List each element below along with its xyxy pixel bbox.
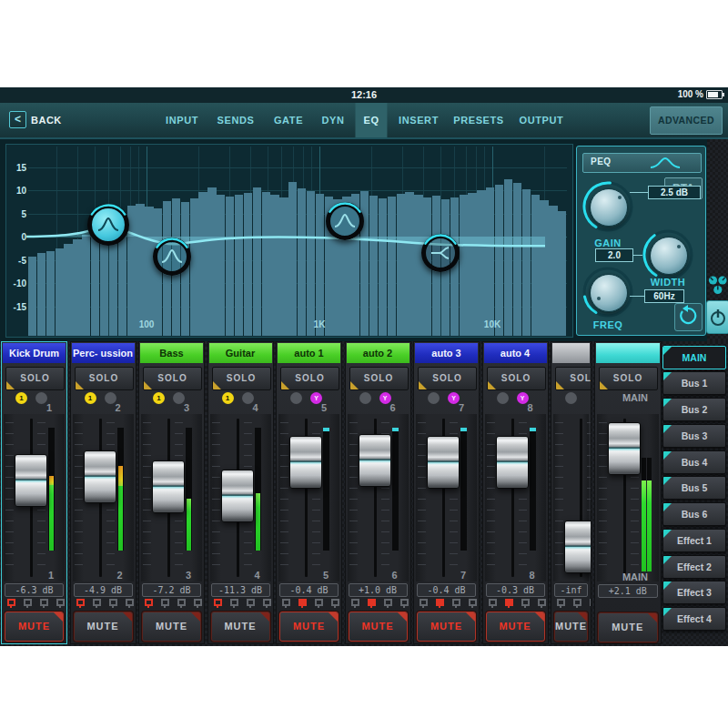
solo-button[interactable]: SOLO [212,367,271,390]
solo-button[interactable]: SOLO [75,367,134,390]
mute-button[interactable]: MUTE [211,612,270,642]
mute-button[interactable]: MUTE [598,612,659,642]
mute-button[interactable]: MUTE [279,612,339,642]
meter-fill [256,493,260,551]
sidebar-item-main[interactable]: MAIN [662,346,726,369]
gain-value[interactable]: 2.5 dB [648,186,701,199]
freq-knob[interactable] [581,266,634,318]
gray-indicator-dot [497,392,509,404]
bus-assign-indicators [208,599,273,610]
bus-assign-square [331,599,339,606]
channel-name-label[interactable]: Bass [140,343,203,363]
mute-button[interactable]: MUTE [417,612,476,642]
eq-node-1[interactable] [87,204,129,246]
back-button[interactable]: < BACK [9,111,62,128]
gain-knob-face[interactable] [590,188,628,227]
mute-button[interactable]: MUTE [554,612,588,642]
width-value[interactable]: 2.0 [595,248,633,262]
eq-node-3[interactable] [326,202,364,240]
fader-value: -0.4 dB [417,583,476,597]
sidebar-item-effect-4[interactable]: Effect 4 [662,607,726,631]
mute-button[interactable]: MUTE [349,612,408,642]
advanced-button[interactable]: ADVANCED [650,106,723,135]
level-meter [117,428,124,551]
fader-cap[interactable] [496,436,529,489]
channel-name-label[interactable]: auto 4 [484,343,547,363]
tab-insert[interactable]: INSERT [390,103,447,137]
fader-cap[interactable] [15,454,47,507]
fader-value: +1.0 dB [349,583,408,597]
channel-number-bottom: 6 [391,570,397,581]
eq-type-dropdown[interactable]: PEQ [582,153,702,173]
fader-cap[interactable] [359,434,391,487]
fader-cap[interactable] [152,460,185,513]
fader-value: -0.4 dB [279,583,339,597]
gain-knob[interactable] [581,180,634,233]
solo-button[interactable]: SOLO [349,367,409,390]
mute-button[interactable]: MUTE [142,612,201,642]
bus-assign-square [24,599,32,606]
eq-node-2[interactable] [153,238,191,276]
solo-button[interactable]: SOLO [487,367,546,390]
sidebar-item-bus-4[interactable]: Bus 4 [662,450,726,474]
sidebar-item-bus-1[interactable]: Bus 1 [662,371,726,395]
channel-name-label[interactable] [552,343,590,363]
solo-button[interactable]: SOLO [280,367,339,390]
tab-input[interactable]: INPUT [157,103,207,137]
channel-name-label[interactable]: Kick Drum [3,343,66,363]
channel-name-label[interactable]: auto 2 [347,343,410,363]
solo-button[interactable]: SOLO [555,367,592,390]
level-meter [186,428,192,551]
sidebar-item-effect-1[interactable]: Effect 1 [662,529,726,552]
bus-assign-indicators [346,599,410,610]
reset-button[interactable] [674,303,703,331]
mini-knobs-button[interactable] [707,274,728,298]
channel-name-label[interactable]: Guitar [209,343,272,363]
eq-graph[interactable]: 151050-5-10-151001K10K [5,144,573,338]
bus-assign-square [214,599,222,606]
width-knob-face[interactable] [650,237,688,275]
fader-cap[interactable] [221,470,254,522]
solo-button[interactable]: SOLO [5,367,65,390]
tab-dyn[interactable]: DYN [313,103,352,137]
sidebar-item-bus-3[interactable]: Bus 3 [662,424,726,448]
mixer-app: 12:16 100 % < BACK INPUTSENDSGATEDYNEQIN… [0,87,728,646]
eq-node-4[interactable] [421,234,460,272]
tab-sends[interactable]: SENDS [209,103,263,137]
mute-button[interactable]: MUTE [5,612,64,642]
solo-button[interactable]: SOLO [143,367,202,390]
tab-gate[interactable]: GATE [266,103,311,137]
fader-cap[interactable] [564,521,592,573]
tab-eq[interactable]: EQ [355,103,387,137]
fader-cap[interactable] [427,436,460,489]
tab-presets[interactable]: PRESETS [445,103,512,137]
width-knob[interactable] [642,228,694,281]
freq-knob-face[interactable] [590,274,628,312]
solo-button[interactable]: SOLO [599,367,658,390]
channel-name-label[interactable]: auto 3 [415,343,478,363]
power-button[interactable] [706,300,728,334]
bus-assign-square [538,599,546,606]
fader-cap[interactable] [289,436,322,489]
sidebar-item-bus-2[interactable]: Bus 2 [662,398,726,421]
mute-button[interactable]: MUTE [486,612,545,642]
sidebar-item-bus-6[interactable]: Bus 6 [662,502,726,526]
channel-name-label[interactable]: Perc- ussion [72,343,135,363]
fader-cap[interactable] [608,422,641,475]
tab-output[interactable]: OUTPUT [511,103,572,137]
sidebar-item-effect-3[interactable]: Effect 3 [662,581,726,604]
bus-assign-square [247,599,255,606]
freq-value[interactable]: 60Hz [644,289,684,303]
fader-ticks-left [5,422,14,573]
channel-name-label[interactable] [596,343,661,363]
sidebar-item-effect-2[interactable]: Effect 2 [662,555,726,579]
bus-assign-square [452,599,460,606]
channel-name-label[interactable]: auto 1 [278,343,340,363]
solo-button[interactable]: SOLO [418,367,477,390]
channel-number-bottom: 5 [323,570,329,581]
fader-cap[interactable] [84,450,116,503]
sidebar-item-bus-5[interactable]: Bus 5 [662,476,726,500]
mute-button[interactable]: MUTE [74,612,133,642]
fader-ticks-left [349,422,358,573]
fader-ticks-left [212,422,220,573]
